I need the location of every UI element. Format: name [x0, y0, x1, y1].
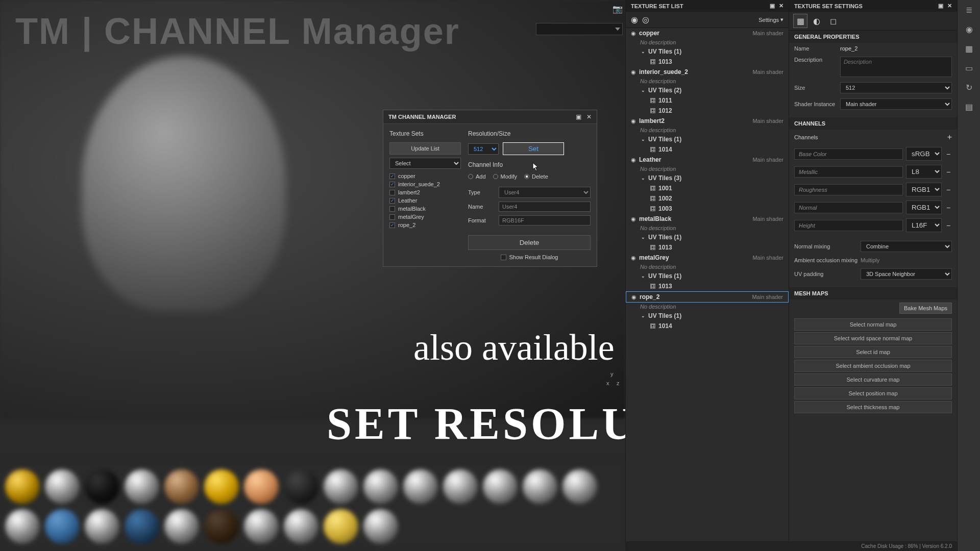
tab-mesh[interactable]: ◻ [826, 14, 840, 28]
material-thumbnail[interactable] [483, 469, 518, 504]
uv-tiles-group[interactable]: ⌄UV Tiles (1) [626, 271, 789, 281]
material-thumbnail[interactable] [363, 509, 398, 544]
uv-tiles-group[interactable]: ⌄UV Tiles (1) [626, 232, 789, 242]
dialog-dock-icon[interactable]: ▣ [576, 113, 581, 120]
material-thumbnail[interactable] [45, 469, 80, 504]
dialog-close-icon[interactable]: ✕ [586, 113, 592, 120]
channel-format-dropdown[interactable]: RGB16F [906, 201, 942, 214]
material-thumbnail[interactable] [403, 469, 438, 504]
history-icon[interactable]: ↻ [958, 78, 980, 97]
texture-set-item[interactable]: ◉rope_2Main shader [626, 291, 789, 303]
texture-set-item[interactable]: ◉LeatherMain shader [626, 155, 789, 165]
material-thumbnail[interactable] [324, 469, 358, 504]
dialog-titlebar[interactable]: TM CHANNEL MANAGER ▣ ✕ [383, 110, 597, 124]
uv-tile[interactable]: 1014 [626, 144, 789, 155]
remove-channel-icon[interactable]: − [945, 204, 952, 212]
display-icon[interactable]: ▭ [958, 58, 980, 78]
resolution-dropdown[interactable]: 512 [468, 143, 499, 155]
show-result-checkbox[interactable]: Show Result Dialog [468, 254, 591, 260]
name-input[interactable] [499, 202, 591, 212]
tab-shader[interactable]: ◐ [810, 14, 824, 28]
texture-set-checkbox[interactable]: lambert2 [389, 188, 461, 196]
shelf-icon[interactable]: ▤ [958, 97, 980, 116]
delete-button[interactable]: Delete [468, 235, 591, 250]
material-thumbnail[interactable] [204, 469, 239, 504]
texture-set-checkbox[interactable]: rope_2 [389, 221, 461, 229]
texture-set-checkbox[interactable]: interior_suede_2 [389, 180, 461, 188]
mesh-map-slot[interactable]: Select ambient occlusion map [794, 360, 952, 372]
texture-set-item[interactable]: ◉interior_suede_2Main shader [626, 67, 789, 77]
material-thumbnail[interactable] [562, 469, 597, 504]
modify-radio[interactable]: Modify [493, 173, 517, 180]
uv-tiles-group[interactable]: ⌄UV Tiles (1) [626, 134, 789, 144]
uv-tiles-group[interactable]: ⌄UV Tiles (2) [626, 85, 789, 95]
material-thumbnail[interactable] [5, 509, 40, 544]
properties-icon[interactable]: ▦ [958, 39, 980, 58]
material-thumbnail[interactable] [5, 469, 40, 504]
material-thumbnail[interactable] [125, 509, 159, 544]
material-thumbnail[interactable] [244, 469, 279, 504]
type-dropdown[interactable]: User4 [499, 187, 591, 198]
remove-channel-icon[interactable]: − [945, 168, 952, 176]
update-list-button[interactable]: Update List [389, 142, 461, 155]
desc-input[interactable] [840, 57, 952, 77]
channel-format-dropdown[interactable]: L16F [906, 218, 942, 232]
camera-icon[interactable]: 📷 [612, 4, 623, 14]
size-dropdown[interactable]: 512 [840, 82, 952, 93]
uv-tile[interactable]: 1013 [626, 57, 789, 67]
texture-set-checkbox[interactable]: metalGrey [389, 213, 461, 221]
material-thumbnail[interactable] [45, 509, 80, 544]
material-thumbnail[interactable] [204, 509, 239, 544]
uv-padding-dropdown[interactable]: 3D Space Neighbor [861, 268, 952, 280]
uv-tile[interactable]: 1011 [626, 95, 789, 106]
mesh-map-slot[interactable]: Select id map [794, 346, 952, 358]
channel-format-dropdown[interactable]: RGB16F [906, 183, 942, 196]
viewport-mode-dropdown[interactable] [536, 23, 623, 35]
mesh-map-slot[interactable]: Select thickness map [794, 401, 952, 413]
uv-tiles-group[interactable]: ⌄UV Tiles (3) [626, 173, 789, 183]
material-thumbnail[interactable] [324, 509, 358, 544]
remove-channel-icon[interactable]: − [945, 186, 952, 194]
texture-set-item[interactable]: ◉lambert2Main shader [626, 116, 789, 126]
format-input[interactable] [499, 215, 591, 226]
material-thumbnail[interactable] [164, 469, 199, 504]
material-thumbnail[interactable] [85, 469, 119, 504]
settings-dropdown[interactable]: Settings▾ [758, 16, 783, 23]
material-thumbnail[interactable] [443, 469, 478, 504]
remove-channel-icon[interactable]: − [945, 150, 952, 158]
mesh-map-slot[interactable]: Select normal map [794, 318, 952, 331]
dock-icon[interactable]: ▣ [770, 3, 775, 9]
bake-mesh-maps-button[interactable]: Bake Mesh Maps [899, 303, 952, 314]
channel-name[interactable]: Base Color [794, 148, 903, 160]
material-thumbnail[interactable] [85, 509, 119, 544]
channel-name[interactable]: Height [794, 220, 903, 231]
uv-tile[interactable]: 1002 [626, 193, 789, 204]
dock-icon[interactable]: ▣ [938, 3, 943, 9]
material-thumbnail[interactable] [244, 509, 279, 544]
add-channel-icon[interactable]: + [947, 133, 952, 142]
channel-format-dropdown[interactable]: sRGB8 [906, 147, 942, 161]
visibility-all-icon[interactable]: ◉ [631, 15, 638, 24]
close-icon[interactable]: ✕ [779, 3, 783, 9]
remove-channel-icon[interactable]: − [945, 221, 952, 230]
select-dropdown[interactable]: Select [389, 158, 461, 169]
set-button[interactable]: Set [503, 142, 564, 155]
material-thumbnail[interactable] [523, 469, 557, 504]
texture-set-checkbox[interactable]: Leather [389, 196, 461, 205]
layers-icon[interactable]: ≣ [958, 0, 980, 19]
material-thumbnail[interactable] [164, 509, 199, 544]
material-thumbnail[interactable] [125, 469, 159, 504]
channel-format-dropdown[interactable]: L8 [906, 165, 942, 179]
uv-tile[interactable]: 1003 [626, 204, 789, 214]
uv-tiles-group[interactable]: ⌄UV Tiles (1) [626, 46, 789, 57]
uv-tile[interactable]: 1014 [626, 321, 789, 331]
material-thumbnail[interactable] [284, 509, 318, 544]
material-shelf[interactable] [0, 459, 625, 551]
uv-tile[interactable]: 1013 [626, 281, 789, 291]
texture-set-checkbox[interactable]: copper [389, 172, 461, 180]
uv-tile[interactable]: 1001 [626, 183, 789, 193]
texture-set-item[interactable]: ◉copperMain shader [626, 28, 789, 38]
uv-tiles-group[interactable]: ⌄UV Tiles (1) [626, 311, 789, 321]
shader-dropdown[interactable]: Main shader [840, 98, 952, 110]
add-radio[interactable]: Add [468, 173, 486, 180]
